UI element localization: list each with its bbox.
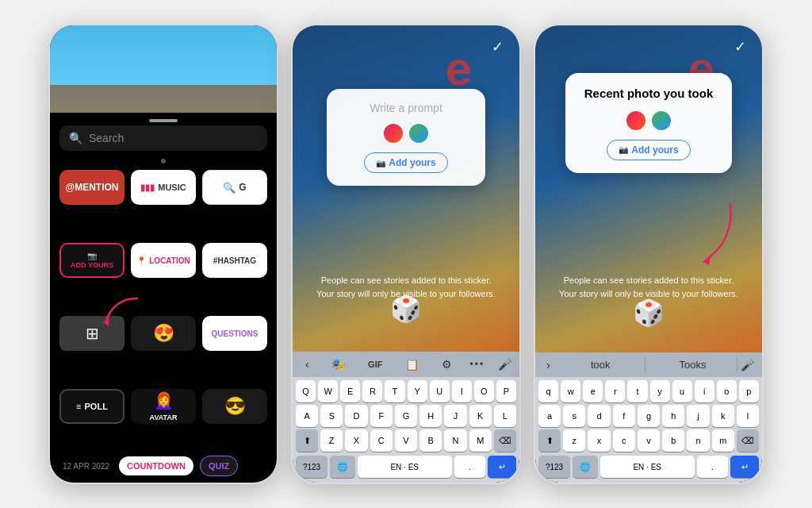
camera-icon: 📷: [376, 159, 385, 167]
kb-key-S[interactable]: S: [320, 405, 343, 427]
kb-ac-word-took[interactable]: took: [557, 357, 645, 372]
phone1-strip: [50, 85, 277, 113]
kb3-shift-key[interactable]: ⬆: [538, 429, 561, 452]
kb3-globe-key[interactable]: 🌐: [573, 456, 598, 478]
kb3-space-key[interactable]: EN · ES: [600, 456, 695, 478]
kb-back-button[interactable]: ‹: [301, 356, 314, 372]
sticker-gif[interactable]: 🔍 G: [202, 170, 267, 205]
sticker-laser[interactable]: 😎: [202, 389, 267, 424]
kb3-key-z[interactable]: z: [563, 429, 585, 452]
kb-globe-key[interactable]: 🌐: [330, 456, 355, 478]
sticker-location[interactable]: 📍 LOCATION: [131, 243, 196, 278]
kb3-key-e[interactable]: e: [583, 380, 603, 402]
kb3-key-b[interactable]: b: [662, 429, 684, 452]
sticker-avatar[interactable]: 👩‍🦰 AVATAR: [131, 389, 196, 424]
kb3-period-key[interactable]: .: [697, 456, 729, 478]
kb-key-E[interactable]: E: [340, 380, 360, 402]
kb-space-key[interactable]: EN · ES: [358, 456, 452, 478]
kb-ac-back-arrow[interactable]: ›: [543, 359, 553, 371]
kb-mic-icon[interactable]: 🎤: [498, 358, 511, 371]
kb3-key-k[interactable]: k: [712, 405, 734, 427]
kb-settings-icon[interactable]: ⚙: [437, 356, 457, 372]
kb-gif-label[interactable]: GIF: [363, 358, 387, 371]
kb-period-key[interactable]: .: [454, 456, 486, 478]
sticker-emoji[interactable]: 😍: [131, 316, 196, 351]
sticker-music[interactable]: ▮▮▮ MUSIC: [131, 170, 196, 205]
kb-key-Y[interactable]: Y: [408, 380, 427, 402]
kb-num-key[interactable]: ?123: [296, 456, 327, 478]
kb3-key-w[interactable]: w: [561, 380, 580, 402]
kb3-key-q[interactable]: q: [538, 380, 558, 402]
kb-ac-word-tooks[interactable]: Tooks: [649, 357, 737, 372]
sticker-add-yours[interactable]: 📷 ADD YOURS: [59, 243, 124, 278]
kb3-key-u[interactable]: u: [672, 380, 692, 402]
sticker-quiz[interactable]: QUIZ: [200, 456, 238, 476]
kb-key-Z[interactable]: Z: [320, 429, 343, 452]
kb3-key-h[interactable]: h: [662, 405, 684, 427]
kb-key-M[interactable]: M: [469, 429, 492, 452]
kb3-key-y[interactable]: y: [650, 380, 670, 402]
kb3-key-m[interactable]: m: [712, 429, 734, 452]
kb-clipboard-icon[interactable]: 📋: [400, 356, 423, 372]
kb-key-N[interactable]: N: [444, 429, 466, 452]
kb3-key-p[interactable]: p: [739, 380, 759, 402]
kb-more-icon[interactable]: •••: [470, 359, 485, 370]
kb-key-T[interactable]: T: [385, 380, 404, 402]
kb-ac-mic-icon[interactable]: 🎤: [741, 359, 754, 371]
sticker-box-icon[interactable]: ⊞: [59, 316, 124, 351]
kb3-key-l[interactable]: l: [737, 405, 759, 427]
kb-key-I[interactable]: I: [452, 380, 472, 402]
kb3-key-f[interactable]: f: [613, 405, 635, 427]
phone2-checkmark[interactable]: ✓: [492, 38, 504, 56]
sticker-hashtag[interactable]: #HASHTAG: [202, 243, 267, 278]
kb3-key-g[interactable]: g: [638, 405, 660, 427]
kb3-key-r[interactable]: r: [605, 380, 625, 402]
quiz-label: QUIZ: [209, 461, 229, 471]
kb3-key-c[interactable]: c: [613, 429, 635, 452]
kb-sticker-icon[interactable]: 🎭: [327, 356, 350, 372]
prompt-placeholder-text[interactable]: Write a prompt: [343, 102, 469, 114]
sticker-mention[interactable]: @MENTION: [59, 170, 124, 205]
sticker-countdown[interactable]: COUNTDOWN: [119, 456, 193, 475]
kb3-backspace-key[interactable]: ⌫: [737, 429, 759, 452]
kb3-num-key[interactable]: ?123: [538, 456, 570, 478]
phone3-checkmark[interactable]: ✓: [734, 38, 746, 56]
kb-key-U[interactable]: U: [430, 380, 450, 402]
kb-key-X[interactable]: X: [345, 429, 367, 452]
kb3-key-n[interactable]: n: [687, 429, 709, 452]
sticker-questions[interactable]: QUESTIONS: [202, 316, 267, 351]
kb-return-key[interactable]: ↵: [488, 456, 516, 478]
kb-key-Q[interactable]: Q: [296, 380, 316, 402]
kb-key-K[interactable]: K: [469, 405, 492, 427]
sticker-poll[interactable]: ≡ POLL: [59, 389, 124, 424]
add-yours-button[interactable]: 📷 Add yours: [364, 152, 447, 173]
kb-key-H[interactable]: H: [419, 405, 442, 427]
kb3-key-i[interactable]: i: [695, 380, 714, 402]
kb3-key-v[interactable]: v: [638, 429, 660, 452]
kb3-key-o[interactable]: o: [717, 380, 737, 402]
kb3-key-d[interactable]: d: [588, 405, 610, 427]
kb-key-J[interactable]: J: [444, 405, 466, 427]
kb3-return-key[interactable]: ↵: [730, 456, 759, 478]
kb3-key-s[interactable]: s: [563, 405, 585, 427]
kb-key-R[interactable]: R: [362, 380, 382, 402]
kb-key-B[interactable]: B: [419, 429, 442, 452]
kb-key-V[interactable]: V: [395, 429, 417, 452]
recent-add-yours-button[interactable]: 📷 Add yours: [607, 140, 690, 160]
kb3-key-a[interactable]: a: [538, 405, 561, 427]
kb-key-F[interactable]: F: [370, 405, 393, 427]
kb-key-A[interactable]: A: [296, 405, 318, 427]
kb-key-L[interactable]: L: [494, 405, 516, 427]
kb-key-O[interactable]: O: [474, 380, 494, 402]
kb3-key-t[interactable]: t: [627, 380, 647, 402]
sticker-search-bar[interactable]: 🔍 Search: [59, 125, 267, 151]
kb-key-C[interactable]: C: [370, 429, 393, 452]
kb3-key-j[interactable]: j: [687, 405, 709, 427]
kb-shift-key[interactable]: ⬆: [296, 429, 318, 452]
kb-key-P[interactable]: P: [496, 380, 516, 402]
kb-key-D[interactable]: D: [345, 405, 367, 427]
kb-key-G[interactable]: G: [395, 405, 417, 427]
kb-key-W[interactable]: W: [318, 380, 338, 402]
kb3-key-x[interactable]: x: [588, 429, 610, 452]
kb-backspace-key[interactable]: ⌫: [494, 429, 516, 452]
